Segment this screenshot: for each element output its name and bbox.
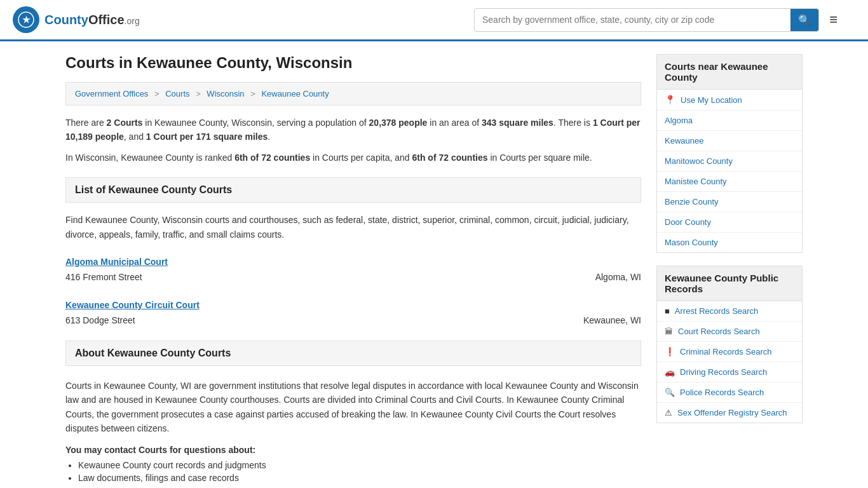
criminal-records-link[interactable]: Criminal Records Search xyxy=(680,347,772,356)
court-city-2: Kewaunee, WI xyxy=(583,315,641,325)
breadcrumb-gov-offices[interactable]: Government Offices xyxy=(75,89,148,98)
about-section: Courts in Kewaunee County, WI are govern… xyxy=(65,379,641,483)
intro-p2-mid: in Courts per capita, and xyxy=(310,152,412,163)
intro-p2-end: in Courts per square mile. xyxy=(488,152,592,163)
breadcrumb-sep-2: > xyxy=(196,89,201,98)
contact-label: You may contact Courts for questions abo… xyxy=(65,445,255,455)
search-icon: 🔍 xyxy=(798,15,811,25)
contact-list: Kewaunee County court records and judgme… xyxy=(78,460,641,483)
intro-p2-prefix: In Wisconsin, Kewaunee County is ranked xyxy=(65,152,234,163)
sidebar-use-location[interactable]: 📍 Use My Location xyxy=(657,90,802,111)
arrest-records-link[interactable]: Arrest Records Search xyxy=(675,306,759,316)
breadcrumb-courts[interactable]: Courts xyxy=(165,89,189,98)
police-records-link[interactable]: Police Records Search xyxy=(680,388,764,397)
sidebar-nearby-benzie[interactable]: Benzie County xyxy=(657,192,802,212)
sidebar-nearby-manitowoc[interactable]: Manitowoc County xyxy=(657,151,802,172)
criminal-icon: ❗ xyxy=(665,347,675,356)
intro-mid2: in an area of xyxy=(427,118,482,128)
page-wrapper: Courts in Kewaunee County, Wisconsin Gov… xyxy=(53,41,815,488)
intro-prefix: There are xyxy=(65,118,107,128)
page-title: Courts in Kewaunee County, Wisconsin xyxy=(65,54,641,72)
search-area: 🔍 ≡ xyxy=(474,8,843,32)
sidebar-sex-offender-registry[interactable]: ⚠ Sex Offender Registry Search xyxy=(657,403,802,423)
court-address-row-2: 613 Dodge Street Kewaunee, WI xyxy=(65,313,641,328)
search-button[interactable]: 🔍 xyxy=(790,9,818,31)
logo-area: ★ CountyOffice.org xyxy=(13,6,140,33)
sidebar-nearby-section: Courts near Kewaunee County 📍 Use My Loc… xyxy=(656,54,803,253)
driving-icon: 🚗 xyxy=(665,367,675,377)
nearby-algoma-link[interactable]: Algoma xyxy=(665,116,693,125)
sidebar-nearby-title: Courts near Kewaunee County xyxy=(656,54,803,90)
about-text: Courts in Kewaunee County, WI are govern… xyxy=(65,379,641,436)
sidebar-arrest-records[interactable]: ■ Arrest Records Search xyxy=(657,301,802,322)
sidebar-police-records[interactable]: 🔍 Police Records Search xyxy=(657,383,802,403)
logo-icon: ★ xyxy=(13,6,39,33)
court-name-1[interactable]: Algoma Municipal Court xyxy=(65,257,168,267)
sidebar-records-section: Kewaunee County Public Records ■ Arrest … xyxy=(656,266,803,423)
police-icon: 🔍 xyxy=(665,388,675,397)
intro-rank1: 6th of 72 counties xyxy=(234,152,310,163)
sidebar-criminal-records[interactable]: ❗ Criminal Records Search xyxy=(657,342,802,362)
about-section-header: About Kewaunee County Courts xyxy=(65,341,641,366)
intro-per2: 1 Court per 171 square miles xyxy=(146,132,268,142)
intro-count: 2 Courts xyxy=(107,118,143,128)
location-icon: 📍 xyxy=(665,95,675,105)
intro-area: 343 square miles xyxy=(482,118,553,128)
court-name-2[interactable]: Kewaunee County Circuit Court xyxy=(65,300,200,310)
sidebar-driving-records[interactable]: 🚗 Driving Records Search xyxy=(657,362,802,383)
svg-text:★: ★ xyxy=(22,15,31,25)
sidebar-court-records[interactable]: 🏛 Court Records Search xyxy=(657,322,802,342)
sidebar: Courts near Kewaunee County 📍 Use My Loc… xyxy=(656,54,803,485)
sidebar-records-title: Kewaunee County Public Records xyxy=(656,266,803,301)
sidebar-nearby-mason[interactable]: Mason County xyxy=(657,233,802,252)
court-row-2: Kewaunee County Circuit Court xyxy=(65,297,641,313)
contact-section: You may contact Courts for questions abo… xyxy=(65,445,641,483)
sidebar-nearby-kewaunee[interactable]: Kewaunee xyxy=(657,131,802,151)
list-section-header: List of Kewaunee County Courts xyxy=(65,177,641,203)
intro-pop: 20,378 people xyxy=(369,118,428,128)
menu-icon: ≡ xyxy=(829,11,837,27)
intro-mid3: . There is xyxy=(553,118,593,128)
intro-section: There are 2 Courts in Kewaunee County, W… xyxy=(65,116,641,165)
sidebar-nearby-links: 📍 Use My Location Algoma Kewaunee Manito… xyxy=(656,90,803,253)
contact-item-1: Kewaunee County court records and judgme… xyxy=(78,460,641,470)
driving-records-link[interactable]: Driving Records Search xyxy=(680,367,767,377)
sex-offender-link[interactable]: Sex Offender Registry Search xyxy=(677,408,787,417)
nearby-door-link[interactable]: Door County xyxy=(665,217,711,227)
intro-mid4: , and xyxy=(124,132,146,142)
court-address-2: 613 Dodge Street xyxy=(65,315,135,325)
logo-text: CountyOffice.org xyxy=(44,13,140,27)
court-records-link[interactable]: Court Records Search xyxy=(678,327,760,336)
intro-paragraph-2: In Wisconsin, Kewaunee County is ranked … xyxy=(65,151,641,165)
breadcrumb-kewaunee-county[interactable]: Kewaunee County xyxy=(261,89,329,98)
nearby-mason-link[interactable]: Mason County xyxy=(665,238,718,247)
intro-paragraph-1: There are 2 Courts in Kewaunee County, W… xyxy=(65,116,641,144)
nearby-benzie-link[interactable]: Benzie County xyxy=(665,197,719,207)
use-location-link[interactable]: Use My Location xyxy=(681,95,742,105)
sidebar-nearby-manistee[interactable]: Manistee County xyxy=(657,172,802,192)
breadcrumb-wisconsin[interactable]: Wisconsin xyxy=(207,89,244,98)
nearby-manitowoc-link[interactable]: Manitowoc County xyxy=(665,156,733,166)
intro-rank2: 6th of 72 counties xyxy=(412,152,487,163)
breadcrumb-sep-1: > xyxy=(154,89,159,98)
list-description: Find Kewaunee County, Wisconsin courts a… xyxy=(65,213,641,241)
sex-offender-icon: ⚠ xyxy=(665,408,672,417)
sidebar-nearby-door[interactable]: Door County xyxy=(657,212,802,233)
site-header: ★ CountyOffice.org 🔍 ≡ xyxy=(0,0,868,41)
arrest-icon: ■ xyxy=(665,306,670,316)
menu-button[interactable]: ≡ xyxy=(824,9,843,30)
court-entry-1: Algoma Municipal Court 416 Fremont Stree… xyxy=(65,254,641,285)
list-description-text: Find Kewaunee County, Wisconsin courts a… xyxy=(65,213,641,241)
court-row-1: Algoma Municipal Court xyxy=(65,254,641,269)
search-input[interactable] xyxy=(475,10,790,30)
contact-item-2: Law documents, filings and case records xyxy=(78,473,641,483)
court-entry-2: Kewaunee County Circuit Court 613 Dodge … xyxy=(65,297,641,328)
court-address-1: 416 Fremont Street xyxy=(65,272,142,282)
breadcrumb-sep-3: > xyxy=(250,89,255,98)
court-icon: 🏛 xyxy=(665,327,673,336)
court-address-row-1: 416 Fremont Street Algoma, WI xyxy=(65,269,641,285)
sidebar-nearby-algoma[interactable]: Algoma xyxy=(657,111,802,131)
nearby-kewaunee-link[interactable]: Kewaunee xyxy=(665,136,703,146)
main-content: Courts in Kewaunee County, Wisconsin Gov… xyxy=(65,54,641,485)
nearby-manistee-link[interactable]: Manistee County xyxy=(665,177,727,186)
